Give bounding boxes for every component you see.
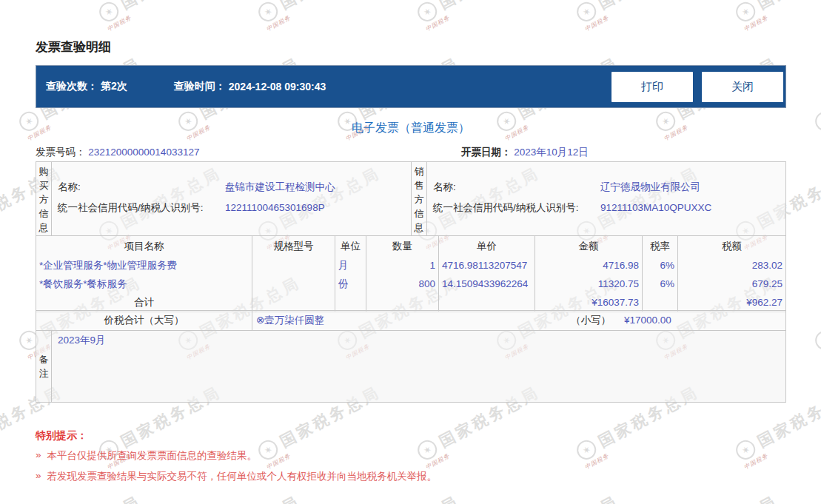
check-time: 查验时间： 2024-12-08 09:30:43: [174, 80, 326, 93]
invoice-date-value: 2023年10月12日: [514, 147, 589, 158]
watermark-tile: ✶中国税务国家税务总局: [811, 53, 821, 135]
grand-total-label: 价税合计（大写）: [36, 311, 252, 330]
col-header-price: 单价: [439, 236, 535, 256]
tax-bureau-emblem-icon: ✶中国税务: [415, 437, 440, 463]
watermark-text: 国家税务总局: [117, 0, 225, 14]
watermark-text: 国家税务总局: [674, 491, 782, 504]
tax-bureau-emblem-icon: ✶中国税务: [415, 0, 440, 24]
watermark-text: 国家税务总局: [594, 0, 703, 14]
seller-section: 销售方信息 名称: 辽宁德晟物业有限公司 统一社会信用代码/纳税人识别号: 91…: [411, 162, 785, 235]
notice-text: 若发现发票查验结果与实际交易不符，任何单位或个人有权拒收并向当地税务机关举报。: [47, 470, 438, 483]
invoice-date-row: 开票日期： 2023年10月12日: [461, 146, 589, 159]
seller-side-label: 销售方信息: [412, 162, 427, 235]
check-count: 查验次数： 第2次: [46, 80, 127, 93]
buyer-taxid-label: 统一社会信用代码/纳税人识别号:: [58, 198, 225, 218]
close-button[interactable]: 关闭: [702, 72, 783, 102]
grand-total-amount: ¥17000.00: [624, 311, 671, 330]
grand-total-in-words: ⊗壹万柒仟圆整: [252, 311, 324, 330]
remarks-side-label: 备注: [36, 331, 52, 402]
tax-bureau-emblem-icon: ✶中国税务: [255, 0, 281, 24]
watermark-tile: ✶中国税务国家税务总局: [175, 491, 304, 504]
buyer-name-row: 名称: 盘锦市建设工程检测中心: [58, 177, 411, 198]
watermark-tile: ✶中国税务国家税务总局: [573, 0, 703, 25]
subtotal-tax: ¥962.27: [678, 293, 785, 312]
watermark-tile: ✶中国税务国家税务总局: [334, 491, 463, 504]
party-info-table: 购买方信息 名称: 盘锦市建设工程检测中心 统一社会信用代码/纳税人识别号: 1…: [36, 161, 786, 236]
page-title: 发票查验明细: [36, 38, 111, 56]
subtotal-spec-empty: [252, 293, 335, 312]
item-qty: 800: [366, 275, 439, 293]
watermark-text: 国家税务总局: [0, 0, 66, 14]
tax-bureau-emblem-icon: ✶中国税务: [733, 437, 759, 463]
invoice-verification-page: ✶中国税务国家税务总局✶中国税务国家税务总局✶中国税务国家税务总局✶中国税务国家…: [0, 0, 821, 504]
buyer-name-value: 盘锦市建设工程检测中心: [225, 177, 411, 198]
watermark-text: 国家税务总局: [37, 491, 145, 504]
watermark-tile: ✶中国税务国家税务总局: [255, 0, 384, 25]
watermark-tile: ✶中国税务国家税务总局: [95, 0, 225, 25]
subtotal-taxrate-empty: [643, 293, 678, 312]
tax-bureau-emblem-icon: ✶中国税务: [255, 437, 281, 463]
col-header-taxrate: 税率: [643, 236, 678, 256]
item-amount: 11320.75: [535, 275, 643, 293]
col-header-tax: 税额: [678, 236, 785, 256]
bullet-icon: »: [36, 470, 41, 483]
seller-taxid-row: 统一社会信用代码/纳税人识别号: 91211103MA10QPUXXC: [433, 198, 785, 218]
items-table: 项目名称 规格型号 单位 数量 单价 金额 税率 税额 *企业管理服务*物业管理…: [36, 235, 786, 312]
watermark-text: 国家税务总局: [435, 0, 543, 14]
watermark-tile: ✶中国税务国家税务总局: [493, 491, 623, 504]
invoice-number-row: 发票号码： 23212000000014033127: [36, 146, 199, 159]
tax-bureau-emblem-icon: ✶中国税务: [812, 327, 821, 353]
item-spec: [252, 275, 335, 293]
tax-bureau-emblem-icon: ✶中国税务: [574, 0, 600, 24]
watermark-text: 国家税务总局: [276, 0, 384, 14]
buyer-section: 购买方信息 名称: 盘锦市建设工程检测中心 统一社会信用代码/纳税人识别号: 1…: [36, 162, 411, 235]
remarks-content: 2023年9月: [52, 331, 785, 402]
check-time-value: 2024-12-08 09:30:43: [229, 81, 326, 93]
buyer-name-label: 名称:: [58, 177, 225, 198]
seller-name-row: 名称: 辽宁德晟物业有限公司: [433, 177, 785, 198]
watermark-tile: ✶中国税务国家税务总局: [732, 0, 821, 25]
check-count-label: 查验次数：: [46, 80, 98, 93]
col-header-amount: 金额: [535, 236, 643, 256]
notice-title: 特别提示：: [36, 429, 87, 443]
notice-item: » 本平台仅提供所查询发票票面信息的查验结果。: [36, 449, 257, 463]
subtotal-amount: ¥16037.73: [535, 293, 643, 312]
invoice-number-value: 23212000000014033127: [88, 147, 199, 158]
check-time-label: 查验时间：: [174, 80, 226, 93]
watermark-subtext: 中国税务: [743, 451, 770, 471]
watermark-text: 国家税务总局: [754, 0, 821, 14]
watermark-tile: ✶中国税务国家税务总局: [16, 491, 145, 504]
watermark-tile: ✶中国税务国家税务总局: [414, 0, 543, 25]
check-count-value: 第2次: [101, 80, 127, 93]
item-unit: 月: [335, 256, 366, 275]
item-tax: 679.25: [678, 275, 785, 293]
watermark-subtext: 中国税务: [265, 13, 292, 33]
print-button[interactable]: 打印: [611, 72, 693, 102]
toolbar: 查验次数： 第2次 查验时间： 2024-12-08 09:30:43 打印 关…: [36, 65, 786, 108]
watermark-tile: ✶中国税务国家税务总局: [652, 491, 782, 504]
invoice-number-label: 发票号码：: [36, 147, 86, 158]
tax-bureau-emblem-icon: ✶中国税务: [574, 437, 600, 463]
item-qty: 1: [366, 256, 439, 275]
item-name: *餐饮服务*餐标服务: [36, 275, 252, 293]
watermark-subtext: 中国税务: [583, 13, 611, 33]
watermark-text: 国家税务总局: [355, 491, 463, 504]
watermark-subtext: 中国税务: [743, 13, 770, 33]
item-name: *企业管理服务*物业管理服务费: [36, 256, 252, 275]
watermark-text: 国家税务总局: [515, 491, 623, 504]
col-header-qty: 数量: [366, 236, 439, 256]
seller-name-label: 名称:: [433, 177, 600, 198]
tax-bureau-emblem-icon: ✶中国税务: [96, 0, 122, 24]
grand-total-small-label: （小写）: [571, 311, 611, 330]
item-taxrate: 6%: [643, 275, 678, 293]
watermark-subtext: 中国税务: [265, 451, 292, 471]
invoice-type-title: 电子发票（普通发票）: [36, 121, 786, 136]
col-header-spec: 规格型号: [252, 236, 335, 256]
grand-total-row: 价税合计（大写） ⊗壹万柒仟圆整 （小写） ¥17000.00: [36, 310, 786, 331]
buyer-taxid-row: 统一社会信用代码/纳税人识别号: 12211100465301698P: [58, 198, 411, 218]
notice-text: 本平台仅提供所查询发票票面信息的查验结果。: [47, 449, 258, 463]
watermark-tile: ✶中国税务国家税务总局: [811, 272, 821, 355]
remarks-box: 备注 2023年9月: [36, 330, 786, 403]
watermark-tile: ✶中国税务国家税务总局: [811, 491, 821, 504]
watermark-subtext: 中国税务: [424, 451, 452, 471]
